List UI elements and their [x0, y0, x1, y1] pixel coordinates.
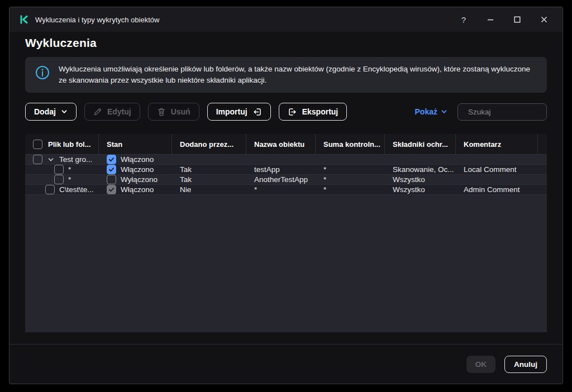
added-by-cell: Nie: [172, 185, 246, 194]
comment-cell: [456, 175, 538, 184]
state-checkbox[interactable]: [107, 175, 116, 184]
state-checkbox[interactable]: [107, 155, 116, 164]
header-label: Plik lub fol...: [48, 140, 91, 149]
search-input[interactable]: [468, 108, 563, 116]
state-checkbox[interactable]: [107, 185, 116, 194]
row-select-checkbox[interactable]: [54, 165, 64, 174]
delete-button[interactable]: Usuń: [148, 103, 199, 121]
added-by-cell: [172, 155, 246, 164]
row-select-checkbox[interactable]: [45, 185, 55, 194]
object-name-cell: testApp: [246, 165, 316, 174]
footer: OK Anuluj: [9, 344, 563, 384]
info-banner: Wykluczenia umożliwiają określenie plikó…: [25, 57, 547, 93]
close-button[interactable]: [539, 15, 549, 25]
state-label: Włączono: [121, 185, 154, 194]
kaspersky-logo-icon: [18, 14, 30, 25]
ok-button[interactable]: OK: [466, 356, 495, 373]
row-select-checkbox[interactable]: [33, 155, 42, 164]
added-by-cell: Tak: [172, 165, 246, 174]
components-cell: [385, 155, 456, 164]
state-cell: Wyłączono: [99, 175, 172, 184]
chevron-down-icon[interactable]: [47, 156, 55, 164]
edit-button[interactable]: Edytuj: [84, 103, 140, 121]
state-label: Włączono: [121, 155, 154, 164]
comment-cell: [456, 155, 538, 164]
exclusions-table: Plik lub fol... Stan Dodano przez... Naz…: [25, 134, 547, 332]
select-all-checkbox[interactable]: [33, 140, 42, 149]
row-spacer: [538, 175, 547, 184]
edit-button-label: Edytuj: [107, 107, 131, 116]
page-title: Wykluczenia: [25, 36, 547, 50]
row-spacer: [538, 185, 547, 194]
header-object-name: Nazwa obiektu: [246, 134, 316, 154]
toolbar: Dodaj Edytuj Usuń Importuj: [25, 103, 547, 121]
row-spacer: [538, 165, 547, 174]
cell-text: *: [323, 185, 326, 194]
cell-text: Admin Comment: [464, 185, 520, 194]
table-row[interactable]: *WyłączonoTakAnotherTestApp*Wszystko: [25, 175, 547, 185]
cell-text: Wszystko: [393, 175, 425, 184]
object-name-cell: [246, 155, 316, 164]
state-cell: Włączono: [99, 165, 172, 174]
header-components: Składniki ochr...: [385, 134, 456, 154]
app-window: Wykluczenia i typy wykrytych obiektów ? …: [9, 7, 563, 384]
export-icon: [288, 107, 297, 117]
object-name-cell: AnotherTestApp: [246, 175, 316, 184]
state-cell: Włączono: [99, 185, 172, 194]
header-spacer: [538, 134, 547, 154]
comment-cell: Admin Comment: [456, 185, 538, 194]
content-area: Wykluczenia Wykluczenia umożliwiają okre…: [9, 32, 563, 344]
state-label: Wyłączono: [121, 175, 158, 184]
header-label: Dodano przez...: [180, 140, 233, 149]
add-button[interactable]: Dodaj: [25, 103, 77, 121]
components-cell: Wszystko: [385, 185, 456, 194]
header-label: Składniki ochr...: [393, 140, 448, 149]
table-row[interactable]: C\test\te...WłączonoNie**WszystkoAdmin C…: [25, 185, 547, 195]
minimize-button[interactable]: [485, 15, 495, 25]
window-title: Wykluczenia i typy wykrytych obiektów: [35, 16, 159, 24]
table-row[interactable]: Test gro...Włączono: [25, 155, 547, 165]
cell-text: Nie: [180, 185, 191, 194]
file-or-folder-cell: *: [25, 165, 99, 174]
file-or-folder-cell: *: [25, 175, 99, 184]
header-label: Suma kontroln...: [323, 140, 380, 149]
titlebar: Wykluczenia i typy wykrytych obiektów ?: [9, 7, 563, 32]
file-or-folder-cell: C\test\te...: [25, 185, 99, 194]
header-added-by: Dodano przez...: [172, 134, 246, 154]
header-file-or-folder: Plik lub fol...: [25, 134, 99, 154]
components-cell: Skanowanie, Oc...: [385, 165, 456, 174]
path-label: C\test\te...: [59, 185, 94, 194]
comment-cell: Local Comment: [456, 165, 538, 174]
maximize-button[interactable]: [512, 15, 522, 25]
header-checksum: Suma kontroln...: [316, 134, 385, 154]
cell-text: Tak: [180, 175, 192, 184]
cell-text: *: [254, 185, 257, 194]
import-button[interactable]: Importuj: [207, 103, 271, 121]
cancel-button[interactable]: Anuluj: [504, 356, 547, 373]
chevron-down-icon: [61, 108, 68, 115]
export-button[interactable]: Eksportuj: [279, 103, 347, 121]
help-button[interactable]: ?: [459, 15, 469, 25]
cell-text: Wszystko: [393, 185, 425, 194]
state-checkbox[interactable]: [107, 165, 116, 174]
header-comment: Komentarz: [456, 134, 538, 154]
row-select-checkbox[interactable]: [54, 175, 64, 184]
table-header: Plik lub fol... Stan Dodano przez... Naz…: [25, 134, 547, 155]
checksum-cell: *: [316, 185, 385, 194]
table-row[interactable]: *WłączonoTaktestApp*Skanowanie, Oc...Loc…: [25, 165, 547, 175]
row-spacer: [538, 155, 547, 164]
trash-icon: [157, 107, 166, 116]
add-button-label: Dodaj: [34, 107, 56, 116]
cell-text: Local Comment: [464, 165, 517, 174]
components-cell: Wszystko: [385, 175, 456, 184]
export-button-label: Eksportuj: [302, 107, 339, 116]
show-dropdown[interactable]: Pokaż: [415, 107, 447, 116]
pencil-icon: [93, 107, 102, 116]
state-cell: Włączono: [99, 155, 172, 164]
header-label: Nazwa obiektu: [254, 140, 304, 149]
info-text: Wykluczenia umożliwiają określenie plikó…: [59, 64, 531, 86]
search-box[interactable]: [457, 103, 547, 121]
table-body: Test gro...Włączono*WłączonoTaktestApp*S…: [25, 155, 547, 195]
path-label: *: [68, 175, 71, 184]
checksum-cell: [316, 155, 385, 164]
